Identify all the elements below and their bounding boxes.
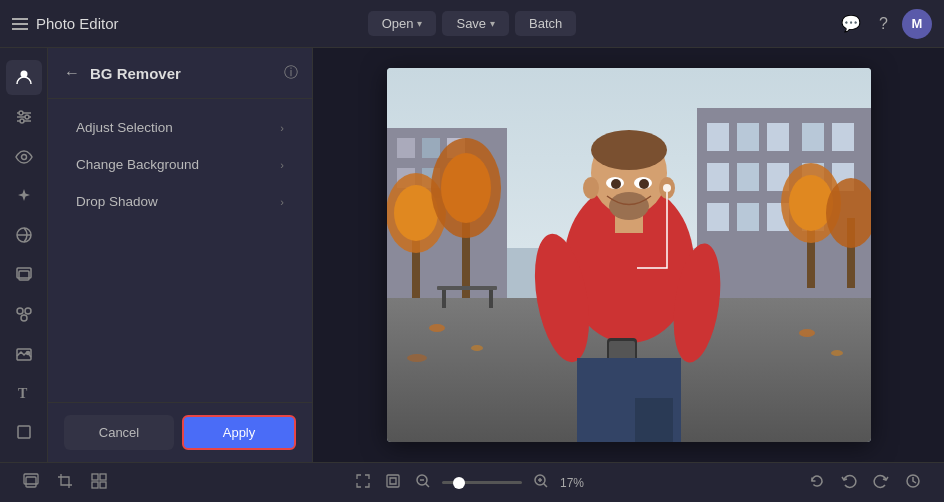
sidebar-item-adjustments[interactable] bbox=[6, 99, 42, 134]
svg-point-82 bbox=[639, 179, 649, 189]
info-icon[interactable]: ⓘ bbox=[284, 64, 298, 82]
topbar: Photo Editor Open ▾ Save ▾ Batch 💬 ? M bbox=[0, 0, 944, 48]
adjust-selection-label: Adjust Selection bbox=[76, 120, 280, 135]
sidebar-item-person[interactable] bbox=[6, 60, 42, 95]
save-chevron-icon: ▾ bbox=[490, 18, 495, 29]
rotate-left-icon[interactable] bbox=[806, 470, 828, 495]
svg-rect-61 bbox=[437, 286, 497, 290]
drop-shadow-chevron-icon: › bbox=[280, 196, 284, 208]
adjust-selection-chevron-icon: › bbox=[280, 122, 284, 134]
menu-item-drop-shadow[interactable]: Drop Shadow › bbox=[56, 183, 304, 220]
avatar[interactable]: M bbox=[902, 9, 932, 39]
svg-rect-86 bbox=[100, 474, 106, 480]
zoom-level: 17% bbox=[560, 476, 592, 490]
svg-point-5 bbox=[25, 115, 29, 119]
svg-text:T: T bbox=[18, 386, 28, 401]
svg-rect-77 bbox=[585, 398, 623, 442]
history-icon[interactable] bbox=[902, 470, 924, 495]
svg-rect-33 bbox=[802, 123, 824, 151]
svg-point-15 bbox=[26, 351, 29, 354]
batch-button[interactable]: Batch bbox=[515, 11, 576, 36]
zoom-in-icon[interactable] bbox=[530, 470, 552, 495]
svg-point-13 bbox=[21, 315, 27, 321]
sidebar-item-sparkle[interactable] bbox=[6, 178, 42, 213]
svg-point-56 bbox=[429, 324, 445, 332]
svg-point-59 bbox=[799, 329, 815, 337]
drop-shadow-label: Drop Shadow bbox=[76, 194, 280, 209]
sidebar-item-text[interactable]: T bbox=[6, 375, 42, 410]
svg-line-91 bbox=[426, 484, 430, 488]
panel-actions: Cancel Apply bbox=[48, 402, 312, 462]
crop-icon[interactable] bbox=[54, 470, 76, 495]
svg-rect-36 bbox=[737, 163, 759, 191]
menu-item-adjust-selection[interactable]: Adjust Selection › bbox=[56, 109, 304, 146]
open-button[interactable]: Open ▾ bbox=[368, 11, 437, 36]
chat-icon[interactable]: 💬 bbox=[837, 10, 865, 37]
bottombar: 17% bbox=[0, 462, 944, 502]
panel-header: ← BG Remover ⓘ bbox=[48, 48, 312, 99]
svg-point-58 bbox=[407, 354, 427, 362]
svg-rect-35 bbox=[707, 163, 729, 191]
svg-point-6 bbox=[20, 119, 24, 123]
layers-bottom-icon[interactable] bbox=[20, 470, 42, 495]
zoom-fill-icon[interactable] bbox=[382, 470, 404, 495]
panel-title: BG Remover bbox=[90, 65, 276, 82]
apply-button[interactable]: Apply bbox=[182, 415, 296, 450]
bottombar-left bbox=[20, 470, 110, 495]
svg-point-4 bbox=[19, 111, 23, 115]
redo-icon[interactable] bbox=[870, 470, 892, 495]
svg-point-68 bbox=[609, 192, 649, 220]
zoom-out-icon[interactable] bbox=[412, 470, 434, 495]
zoom-fit-icon[interactable] bbox=[352, 470, 374, 495]
main-area: T ← BG Remover ⓘ Adjust Selection › Chan… bbox=[0, 48, 944, 462]
menu-icon[interactable] bbox=[12, 18, 28, 30]
cancel-button[interactable]: Cancel bbox=[64, 415, 174, 450]
grid-icon[interactable] bbox=[88, 470, 110, 495]
photo-container bbox=[387, 68, 871, 442]
svg-point-52 bbox=[789, 175, 833, 231]
svg-rect-17 bbox=[18, 426, 30, 438]
svg-point-60 bbox=[831, 350, 843, 356]
bottombar-right bbox=[806, 470, 924, 495]
svg-point-71 bbox=[663, 184, 671, 192]
svg-point-70 bbox=[583, 177, 599, 199]
sidebar-item-effects[interactable] bbox=[6, 218, 42, 253]
svg-rect-62 bbox=[442, 290, 446, 308]
svg-point-57 bbox=[471, 345, 483, 351]
photo-image bbox=[387, 68, 871, 442]
svg-rect-21 bbox=[397, 138, 415, 158]
sidebar-item-eye[interactable] bbox=[6, 139, 42, 174]
back-button[interactable]: ← bbox=[62, 62, 82, 84]
bottombar-center: 17% bbox=[352, 470, 592, 495]
svg-rect-85 bbox=[92, 474, 98, 480]
svg-rect-30 bbox=[707, 123, 729, 151]
change-background-chevron-icon: › bbox=[280, 159, 284, 171]
svg-rect-22 bbox=[422, 138, 440, 158]
sidebar-item-shape[interactable] bbox=[6, 415, 42, 450]
svg-point-7 bbox=[21, 154, 26, 159]
svg-point-12 bbox=[25, 308, 31, 314]
svg-point-49 bbox=[441, 153, 491, 223]
topbar-left: Photo Editor bbox=[12, 15, 368, 32]
topbar-right: 💬 ? M bbox=[576, 9, 932, 39]
app-title: Photo Editor bbox=[36, 15, 119, 32]
topbar-center: Open ▾ Save ▾ Batch bbox=[368, 11, 577, 36]
menu-item-change-background[interactable]: Change Background › bbox=[56, 146, 304, 183]
svg-rect-78 bbox=[635, 398, 673, 442]
sidebar-item-gallery[interactable] bbox=[6, 336, 42, 371]
help-icon[interactable]: ? bbox=[875, 11, 892, 37]
panel-menu: Adjust Selection › Change Background › D… bbox=[48, 99, 312, 402]
save-button[interactable]: Save ▾ bbox=[442, 11, 509, 36]
canvas-area bbox=[313, 48, 944, 462]
svg-rect-88 bbox=[100, 482, 106, 488]
svg-rect-31 bbox=[737, 123, 759, 151]
undo-icon[interactable] bbox=[838, 470, 860, 495]
sidebar-item-group[interactable] bbox=[6, 296, 42, 331]
zoom-slider[interactable] bbox=[442, 481, 522, 484]
svg-rect-87 bbox=[92, 482, 98, 488]
icon-sidebar: T bbox=[0, 48, 48, 462]
open-chevron-icon: ▾ bbox=[417, 18, 422, 29]
sidebar-item-layers[interactable] bbox=[6, 257, 42, 292]
svg-rect-40 bbox=[707, 203, 729, 231]
svg-rect-89 bbox=[387, 475, 399, 487]
